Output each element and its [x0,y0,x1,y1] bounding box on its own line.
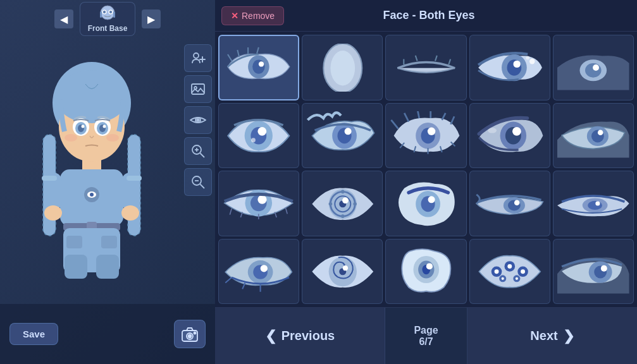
remove-button[interactable]: ✕ Remove [221,6,284,25]
svg-point-16 [90,193,94,197]
svg-line-50 [200,154,204,158]
svg-rect-27 [101,236,117,248]
svg-point-86 [428,128,435,135]
svg-rect-5 [100,11,102,18]
svg-point-19 [44,205,62,221]
zoom-in-button[interactable] [184,137,212,165]
svg-point-75 [585,63,602,78]
svg-point-120 [342,265,347,270]
svg-point-36 [82,125,85,128]
right-toolbar [180,38,215,301]
svg-point-113 [588,200,602,209]
svg-point-111 [514,200,520,205]
svg-point-62 [259,62,264,67]
svg-point-137 [601,265,607,272]
bottom-bar: Save [0,304,215,364]
svg-point-83 [344,128,351,135]
camera-button[interactable] [174,320,206,348]
previous-label: Previous [281,329,335,343]
eye-button[interactable] [184,106,212,134]
svg-point-3 [103,11,106,13]
next-base-button[interactable]: ▶ [142,9,161,28]
svg-point-79 [258,127,267,136]
front-base-selector: Front Base [80,2,136,36]
svg-point-117 [261,265,268,272]
eye-item-19[interactable] [469,239,550,305]
top-bar: ◀ Front Base ▶ [0,0,215,38]
svg-point-103 [353,202,357,206]
eye-item-2[interactable] [302,35,383,100]
save-button[interactable]: Save [9,323,58,345]
svg-point-104 [341,214,345,218]
panel-title: Face - Both Eyes [290,9,567,22]
eye-item-16[interactable] [218,239,299,305]
prev-base-button[interactable]: ◀ [54,9,73,28]
svg-point-29 [55,70,128,123]
eye-item-1[interactable] [218,35,299,100]
image-button[interactable] [184,75,212,103]
svg-rect-40 [42,176,57,181]
svg-point-76 [593,64,599,71]
page-info: Page 6/7 [385,308,467,364]
svg-point-93 [598,130,603,136]
svg-point-90 [488,128,497,133]
svg-point-61 [252,60,265,74]
base-icon [96,5,119,23]
previous-button[interactable]: ❮ Previous [215,308,385,364]
svg-point-58 [189,334,192,337]
svg-point-102 [341,190,345,193]
svg-rect-6 [113,11,115,18]
svg-point-59 [194,332,196,334]
items-grid-area [215,32,637,307]
svg-point-89 [512,127,521,136]
eye-item-8[interactable] [385,103,466,169]
svg-point-134 [516,277,518,280]
svg-point-48 [197,119,199,121]
eye-item-7[interactable] [302,103,383,169]
add-person-button[interactable] [184,44,212,72]
svg-point-71 [513,60,520,67]
eye-item-10[interactable] [553,103,634,169]
eye-item-14[interactable] [469,171,550,236]
svg-point-38 [65,134,77,142]
svg-point-129 [507,264,512,269]
next-label: Next [530,329,557,343]
x-icon: ✕ [231,11,238,21]
eye-item-11[interactable] [218,171,299,236]
eye-item-4[interactable] [469,35,550,100]
page-label: Page [414,325,438,336]
svg-point-72 [529,59,535,64]
svg-rect-45 [192,84,204,94]
eye-item-6[interactable] [218,103,299,169]
svg-rect-26 [66,236,82,248]
zoom-out-button[interactable] [184,168,212,196]
eye-item-5[interactable] [553,35,634,100]
eye-item-18[interactable] [385,239,466,305]
character-svg [25,59,158,280]
eye-item-3[interactable] [385,35,466,100]
svg-point-128 [494,269,498,274]
eye-item-20[interactable] [553,239,634,305]
svg-line-54 [200,185,204,189]
eye-item-15[interactable] [553,171,634,236]
eye-item-12[interactable] [302,171,383,236]
svg-point-114 [595,201,600,205]
svg-rect-25 [96,255,119,279]
front-base-label: Front Base [88,24,128,33]
pagination-nav: ❮ Previous Page 6/7 Next ❯ [215,307,637,364]
svg-point-108 [428,196,435,203]
character-panel: ◀ Front Base ▶ [0,0,215,364]
eye-item-13[interactable] [385,171,466,236]
svg-point-39 [106,134,119,142]
svg-point-37 [103,125,106,128]
svg-point-4 [109,11,112,13]
next-button[interactable]: Next ❯ [467,308,637,364]
svg-point-105 [328,202,332,206]
eye-item-9[interactable] [469,103,550,169]
prev-arrow-icon: ❮ [265,328,276,344]
svg-point-101 [342,197,349,203]
svg-point-42 [194,53,199,58]
svg-point-124 [426,264,432,270]
page-number: 6/7 [419,336,433,348]
eye-item-17[interactable] [302,239,383,305]
